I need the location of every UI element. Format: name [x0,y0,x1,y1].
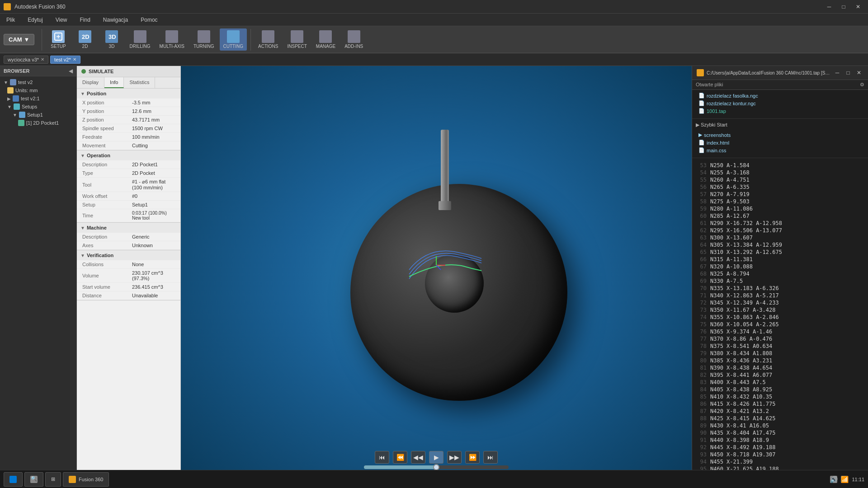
sim-operation-section: ▼ Operation Description 2D Pocket1 Type … [77,150,180,223]
fusion360-taskbar-btn[interactable]: Fusion 360 [63,472,109,487]
tab-wycloczka[interactable]: wycioczka v3* ✕ [4,56,48,64]
viewport[interactable]: ⏮ ⏪ ◀◀ ▶ ▶▶ ⏩ ⏭ [181,66,692,487]
line-content: N345 X-12.349 A-4.233 [710,300,779,306]
code-panel-maximize[interactable]: □ [844,69,853,77]
toolbar-3d[interactable]: 3D 3D [99,28,124,51]
tree-item-2d-pocket1[interactable]: [1] 2D Pocket1 [2,119,75,127]
line-content: N425 X-8.415 A14.625 [710,415,776,422]
settings-icon[interactable]: ⚙ [860,82,864,88]
tree-item-test-v2-1[interactable]: ▶ test v2:1 [2,94,75,103]
sim-position-section: ▼ Position X position -3.5 mm Y position… [77,89,180,150]
tree-item-units[interactable]: Units: mm [2,86,75,94]
code-line: 72N345 X-12.349 A-4.233 [692,299,868,306]
sys-tray: 🔊 📶 11:11 [830,476,864,483]
menu-edytuj[interactable]: Edytuj [25,16,45,24]
playback-skip-start[interactable]: ⏮ [375,451,389,464]
menu-bar: Plik Edytuj View Find Nawigacja Pomoc [0,14,868,26]
cam-dropdown-button[interactable]: CAM ▼ [4,34,34,45]
sim-machine-section: ▼ Machine Description Generic Axes Unkno… [77,223,180,250]
toolbar-drilling[interactable]: DRILLING [126,28,154,51]
code-line: 67N320 A-10.088 [692,263,868,270]
progress-thumb[interactable] [433,464,439,470]
quick-start-arrow[interactable]: ▶ [696,122,701,127]
tree-item-setup1[interactable]: ▼ Setup1 [2,111,75,119]
toolbar-multi-axis[interactable]: MULTI-AXIS [156,28,188,51]
task-view-button[interactable]: ⊞ [45,472,61,487]
toolbar-setup[interactable]: SETUP [46,28,71,51]
line-number: 72 [692,300,710,306]
menu-find[interactable]: Find [77,16,93,24]
line-content: N250 A-1.584 [710,162,750,169]
progress-bar[interactable] [364,465,509,469]
sub-item-main-css[interactable]: 📄 main.css [696,146,864,154]
code-line: 93N450 X-8.718 A19.307 [692,451,868,458]
sim-tab-display[interactable]: Display [77,77,104,88]
tray-icon-1[interactable]: 🔊 [830,476,837,483]
playback-prev[interactable]: ◀◀ [411,451,425,464]
tray-icon-2[interactable]: 📶 [841,476,848,483]
file-item-1[interactable]: 📄 rozdzielacz kontur.ngc [696,99,864,107]
operation-arrow: ▼ [80,153,85,158]
toolbar-2d[interactable]: 2D 2D [72,28,97,51]
turning-label: TURNING [193,44,214,49]
quick-start-section: ▶ Szybki Start [692,121,868,129]
line-content: N390 X-8.438 A4.654 [710,365,772,371]
line-content: N380 X-8.434 A1.808 [710,350,772,357]
playback-next-fast[interactable]: ⏩ [465,451,480,464]
code-line: 57N270 A-7.919 [692,191,868,198]
quick-start-label: Szybki Start [701,122,727,127]
code-panel-close[interactable]: ✕ [854,69,863,77]
tab-test-v2[interactable]: test v2* ✕ [50,56,80,64]
toolbar-actions[interactable]: ACTIONS [255,28,282,51]
sim-tab-statistics[interactable]: Statistics [124,77,155,88]
sub-item-screenshots[interactable]: ▶ screenshots [696,131,864,139]
tree-item-test-v2[interactable]: ▼ test v2 [2,78,75,86]
code-line: 90N435 X-8.404 A17.475 [692,429,868,436]
sim-tab-info[interactable]: Info [104,77,124,88]
file-item-0[interactable]: 📄 rozdzielacz fasolka.ngc [696,92,864,99]
sub-icon-main-css: 📄 [698,147,705,153]
maximize-button[interactable]: □ [837,2,850,11]
sim-verification-header[interactable]: ▼ Verification [77,250,180,260]
svg-text:3D: 3D [108,33,116,40]
toolbar-manage[interactable]: MANAGE [312,28,339,51]
quick-start-items: ▶ screenshots 📄 index.html 📄 main.css [692,129,868,156]
title-bar-controls[interactable]: ─ □ ✕ [823,2,864,11]
playback-next[interactable]: ▶▶ [447,451,462,464]
sim-machine-desc: Description Generic [77,233,180,241]
menu-nawigacja[interactable]: Nawigacja [100,16,131,24]
z-position-label: Z position [82,117,132,122]
playback-skip-end[interactable]: ⏭ [483,451,498,464]
sim-position-header[interactable]: ▼ Position [77,89,180,99]
close-button[interactable]: ✕ [852,2,864,11]
windows-icon [9,476,17,483]
code-line: 84N405 X-8.438 A8.925 [692,386,868,393]
sim-machine-header[interactable]: ▼ Machine [77,223,180,233]
toolbar-add-ins[interactable]: ADD-INS [341,28,367,51]
playback-prev-fast[interactable]: ⏪ [393,451,407,464]
menu-pomoc[interactable]: Pomoc [138,16,160,24]
toolbar-turning[interactable]: TURNING [190,28,218,51]
sub-item-index[interactable]: 📄 index.html [696,139,864,146]
tab-test-v2-close[interactable]: ✕ [73,57,76,62]
menu-plik[interactable]: Plik [4,16,18,24]
code-line: 89N430 X-8.41 A16.05 [692,422,868,429]
sim-operation-header[interactable]: ▼ Operation [77,150,180,160]
browser-collapse-icon[interactable]: ◀ [69,68,73,74]
tab-wycloczka-close[interactable]: ✕ [41,57,44,62]
search-button[interactable]: 🔍 [24,472,43,487]
movement-value: Cutting [132,143,148,148]
playback-play[interactable]: ▶ [429,451,443,464]
code-panel-minimize[interactable]: ─ [833,69,842,77]
toolbar-cutting[interactable]: CUTTING [220,28,247,51]
code-content[interactable]: 53N250 A-1.58454N255 A-3.16855N260 A-4.7… [692,160,868,479]
file-item-2-active[interactable]: 📄 1001.tap [696,107,864,115]
line-number: 80 [692,357,710,364]
start-button[interactable] [4,472,23,487]
toolbar-inspect[interactable]: INSPECT [283,28,310,51]
tree-item-setups[interactable]: ▼ Setups [2,103,75,111]
app-icon [4,3,11,10]
minimize-button[interactable]: ─ [823,2,835,11]
menu-view[interactable]: View [53,16,70,24]
line-number: 86 [692,401,710,407]
